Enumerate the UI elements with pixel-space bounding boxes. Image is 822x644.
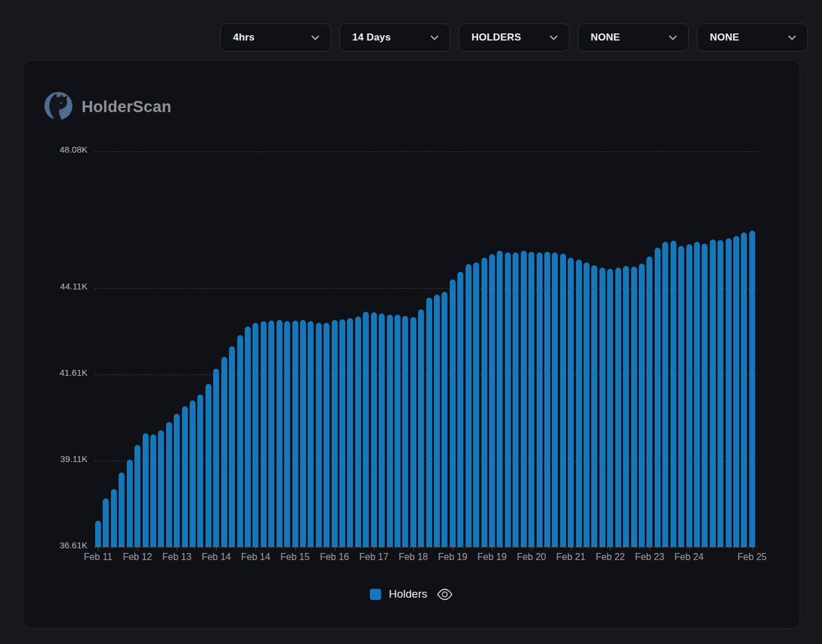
holders-bar[interactable]: [387, 315, 393, 547]
y-axis-label: 48.08K: [39, 144, 87, 154]
holders-bar[interactable]: [134, 445, 140, 547]
holders-bar[interactable]: [206, 384, 211, 547]
range-dropdown[interactable]: 14 Days: [339, 23, 450, 52]
chevron-down-icon: [550, 32, 558, 43]
holders-bar[interactable]: [347, 318, 353, 547]
holders-bar[interactable]: [213, 369, 219, 547]
holders-bar[interactable]: [639, 264, 645, 547]
holders-bar[interactable]: [103, 498, 109, 547]
holders-bar[interactable]: [395, 315, 400, 547]
holders-bar[interactable]: [473, 262, 479, 547]
holders-bar[interactable]: [261, 321, 267, 547]
metric-dropdown[interactable]: HOLDERS: [459, 23, 570, 52]
holders-bar[interactable]: [442, 292, 447, 547]
holders-bar[interactable]: [717, 240, 723, 547]
holders-bar-chart: 48.08K44.11K41.61K39.11K36.61KFeb 11Feb …: [23, 61, 800, 628]
holders-bar[interactable]: [544, 252, 550, 547]
holders-bar[interactable]: [339, 319, 345, 547]
x-axis-label: Feb 20: [517, 552, 546, 562]
holders-bar[interactable]: [710, 240, 716, 547]
holders-bar[interactable]: [190, 400, 196, 547]
holders-bar[interactable]: [576, 259, 582, 547]
overlay2-dropdown[interactable]: NONE: [697, 23, 808, 52]
holders-bar[interactable]: [631, 267, 637, 547]
holders-bar[interactable]: [560, 254, 566, 547]
holders-bar[interactable]: [197, 395, 203, 547]
holders-bar[interactable]: [426, 298, 432, 547]
holders-bar[interactable]: [671, 241, 676, 547]
holders-bar[interactable]: [694, 242, 700, 547]
holders-bar[interactable]: [678, 246, 684, 547]
holders-bar[interactable]: [127, 460, 133, 547]
holders-bar[interactable]: [221, 357, 227, 547]
holders-bar[interactable]: [505, 252, 511, 547]
holders-bar[interactable]: [308, 321, 314, 547]
holders-bar[interactable]: [355, 316, 361, 547]
holders-bar[interactable]: [591, 265, 597, 547]
holders-bar[interactable]: [528, 252, 534, 547]
x-axis-tick: [335, 547, 335, 551]
holders-bar[interactable]: [158, 430, 164, 547]
holders-bar[interactable]: [646, 257, 652, 547]
holders-bar[interactable]: [568, 258, 574, 547]
holders-bar[interactable]: [371, 312, 377, 547]
holders-bar[interactable]: [363, 312, 369, 547]
holders-bar[interactable]: [229, 346, 235, 547]
holders-bar[interactable]: [119, 473, 124, 547]
holders-bar[interactable]: [402, 316, 408, 547]
holders-bar[interactable]: [324, 323, 329, 547]
holders-bar[interactable]: [584, 262, 589, 547]
holders-bar[interactable]: [150, 434, 156, 547]
holders-bar[interactable]: [607, 269, 613, 547]
holders-bar[interactable]: [481, 258, 487, 547]
holders-bar[interactable]: [434, 295, 440, 547]
interval-dropdown[interactable]: 4hrs: [220, 23, 331, 52]
holders-bar[interactable]: [702, 244, 708, 547]
holders-bar[interactable]: [662, 242, 668, 547]
x-axis-label: Feb 14: [241, 552, 270, 562]
legend: Holders: [23, 588, 800, 601]
holders-bar[interactable]: [277, 320, 282, 547]
holders-bar[interactable]: [497, 251, 503, 547]
holders-bar[interactable]: [174, 414, 180, 547]
holders-bar[interactable]: [237, 335, 243, 547]
holders-bar[interactable]: [466, 264, 471, 547]
holders-bar[interactable]: [166, 422, 172, 547]
holders-bar[interactable]: [300, 320, 306, 547]
holders-bar[interactable]: [292, 321, 298, 547]
holders-bar[interactable]: [599, 268, 605, 547]
holders-bar[interactable]: [182, 406, 188, 547]
holders-bar[interactable]: [268, 321, 274, 547]
holders-bar[interactable]: [552, 252, 558, 547]
holders-bar[interactable]: [284, 321, 290, 547]
holders-bar[interactable]: [245, 326, 251, 547]
holders-bar[interactable]: [655, 248, 661, 547]
holders-bar[interactable]: [95, 521, 101, 547]
holders-bar[interactable]: [418, 309, 424, 547]
holders-bar[interactable]: [726, 238, 732, 547]
overlay1-dropdown[interactable]: NONE: [578, 23, 689, 52]
holders-bar[interactable]: [379, 313, 385, 547]
legend-swatch-holders[interactable]: [370, 589, 381, 600]
holders-bar[interactable]: [450, 279, 456, 547]
holders-bar[interactable]: [111, 489, 117, 547]
x-axis-label: Feb 12: [123, 552, 152, 562]
holders-bar[interactable]: [733, 236, 739, 547]
holders-bar[interactable]: [623, 266, 629, 547]
holders-bar[interactable]: [332, 320, 338, 547]
holders-bar[interactable]: [489, 254, 495, 547]
holders-bar[interactable]: [537, 252, 543, 547]
holders-bar[interactable]: [749, 231, 755, 547]
holders-bar[interactable]: [615, 268, 621, 547]
holders-bar[interactable]: [513, 252, 518, 547]
holders-bar[interactable]: [410, 317, 416, 547]
holders-bar[interactable]: [741, 232, 747, 547]
chevron-down-icon: [788, 32, 796, 43]
holders-bar[interactable]: [143, 433, 149, 547]
holders-bar[interactable]: [316, 323, 322, 547]
holders-bar[interactable]: [457, 272, 463, 547]
visibility-eye-icon[interactable]: [437, 588, 453, 601]
holders-bar[interactable]: [686, 244, 692, 547]
holders-bar[interactable]: [521, 251, 527, 547]
holders-bar[interactable]: [252, 323, 258, 547]
